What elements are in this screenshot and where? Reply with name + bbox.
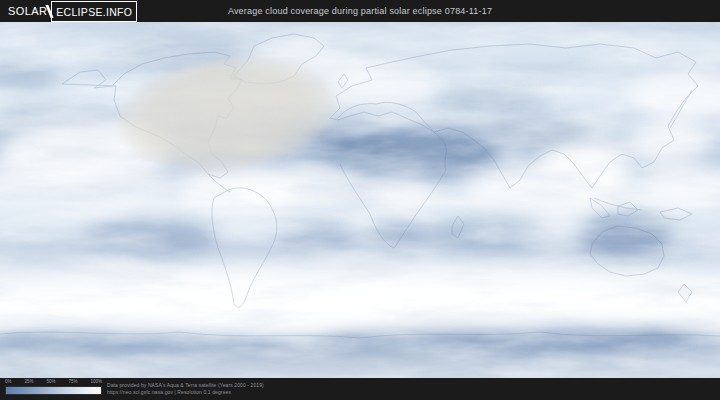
attribution-line-2: https://neo.sci.gsfc.nasa.gov | Resoluti… — [107, 389, 264, 396]
attribution-line-1: Data provided by NASA's Aqua & Terra sat… — [107, 382, 264, 389]
legend-tick-50: 50% — [46, 379, 55, 385]
logo-box: ECLIPSE.INFO — [51, 1, 137, 22]
page: SOLAR ECLIPSE.INFO Average cloud coverag… — [0, 0, 720, 400]
cloud-coverage-legend: 0% 25% 50% 75% 100% — [5, 379, 102, 395]
footer-bar: 0% 25% 50% 75% 100% Data provided by NAS… — [0, 378, 720, 400]
cloud-coverage-map — [0, 22, 720, 378]
legend-tick-25: 25% — [24, 379, 33, 385]
site-logo[interactable]: SOLAR ECLIPSE.INFO — [8, 1, 137, 22]
logo-text-solar: SOLAR — [8, 5, 47, 17]
header-bar: SOLAR ECLIPSE.INFO Average cloud coverag… — [0, 0, 720, 22]
logo-text-eclipse-info: ECLIPSE.INFO — [56, 6, 132, 18]
cloud-texture-dark — [0, 22, 720, 378]
data-attribution: Data provided by NASA's Aqua & Terra sat… — [107, 382, 264, 395]
legend-tick-0: 0% — [5, 379, 12, 385]
legend-tick-labels: 0% 25% 50% 75% 100% — [5, 379, 102, 385]
legend-tick-75: 75% — [68, 379, 77, 385]
legend-tick-100: 100% — [90, 379, 102, 385]
world-map-svg — [0, 22, 720, 378]
legend-gradient-bar — [5, 386, 102, 395]
